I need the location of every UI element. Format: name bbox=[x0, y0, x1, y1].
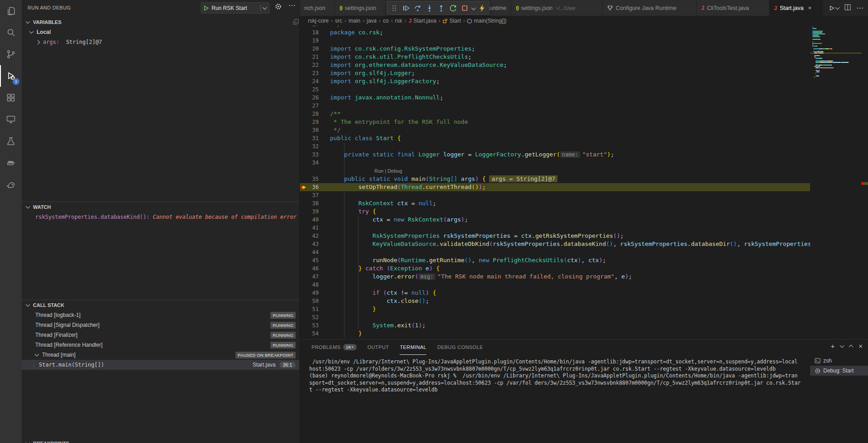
breakpoint-gutter[interactable] bbox=[300, 264, 308, 273]
breakpoint-gutter[interactable] bbox=[300, 159, 308, 167]
breakpoint-gutter[interactable] bbox=[300, 273, 308, 281]
breakpoint-gutter[interactable] bbox=[300, 85, 308, 94]
step-over-icon[interactable] bbox=[412, 2, 424, 14]
breakpoint-gutter[interactable] bbox=[300, 305, 308, 313]
breadcrumb-item[interactable]: JStart.java bbox=[409, 18, 436, 24]
breakpoint-gutter[interactable] bbox=[300, 126, 308, 134]
breakpoint-gutter[interactable] bbox=[300, 175, 308, 183]
chevron-down-icon[interactable] bbox=[835, 5, 840, 9]
minimap[interactable] bbox=[810, 26, 862, 339]
testing-beaker-icon[interactable] bbox=[0, 130, 22, 152]
breakpoint-gutter[interactable] bbox=[300, 191, 308, 199]
chevron-down-icon[interactable] bbox=[263, 5, 267, 9]
run-java-button[interactable] bbox=[830, 5, 839, 11]
breadcrumb-item[interactable]: src bbox=[335, 18, 342, 24]
breakpoint-gutter[interactable] bbox=[300, 321, 308, 330]
breakpoint-gutter[interactable] bbox=[300, 256, 308, 264]
call-stack-thread[interactable]: Thread [Signal Dispatcher]RUNNING bbox=[22, 320, 299, 330]
breadcrumb-item[interactable]: rskj-core bbox=[308, 18, 329, 24]
breadcrumb-item[interactable]: main(String[]) bbox=[467, 18, 506, 24]
restart-icon[interactable] bbox=[448, 2, 459, 14]
breakpoint-gutter[interactable] bbox=[300, 37, 308, 45]
code-editor[interactable]: 17 */18package co.rsk;1920import co.rsk.… bbox=[300, 26, 868, 339]
breakpoint-gutter[interactable] bbox=[300, 297, 308, 305]
call-stack-thread[interactable]: Thread [Reference Handler]RUNNING bbox=[22, 340, 299, 350]
breakpoint-gutter[interactable] bbox=[300, 151, 308, 159]
variable-args[interactable]: args: String[2]@7 bbox=[22, 37, 299, 47]
call-stack-thread[interactable]: Thread [Finalizer]RUNNING bbox=[22, 330, 299, 340]
breakpoint-gutter[interactable] bbox=[300, 167, 308, 175]
breakpoint-gutter[interactable] bbox=[300, 216, 308, 224]
gradle-icon[interactable] bbox=[0, 174, 22, 195]
terminal-process-zsh[interactable]: zsh bbox=[810, 356, 868, 366]
continue-icon[interactable] bbox=[401, 2, 412, 14]
editor-tab[interactable]: {}settings.json~/.../User bbox=[511, 0, 603, 16]
variables-scope-local[interactable]: Local bbox=[22, 27, 299, 37]
breakpoint-gutter[interactable] bbox=[300, 330, 308, 338]
breakpoint-gutter[interactable] bbox=[300, 118, 308, 126]
run-debug-codelens[interactable]: Run | Debug bbox=[319, 167, 402, 175]
breakpoint-gutter[interactable] bbox=[300, 240, 308, 248]
panel-tab-debug-console[interactable]: DEBUG CONSOLE bbox=[437, 339, 483, 355]
breadcrumb-item[interactable]: co bbox=[383, 18, 389, 24]
breakpoint-gutter[interactable] bbox=[300, 134, 308, 142]
breakpoint-gutter[interactable] bbox=[300, 28, 308, 37]
editor-tab[interactable]: JStart.java× bbox=[769, 0, 823, 16]
breakpoint-gutter[interactable] bbox=[300, 53, 308, 61]
launch-config-dropdown[interactable]: Run RSK Start bbox=[201, 2, 269, 14]
editor-tab[interactable]: Configure Java Runtime bbox=[603, 0, 697, 16]
breadcrumb-item[interactable]: main bbox=[349, 18, 360, 24]
overview-ruler[interactable] bbox=[861, 26, 868, 339]
stack-frame-selected[interactable]: Start.main(String[])Start.java36:1 bbox=[22, 360, 299, 370]
breakpoint-gutter[interactable] bbox=[300, 45, 308, 53]
breakpoint-gutter[interactable] bbox=[300, 248, 308, 256]
close-icon[interactable]: × bbox=[808, 5, 812, 11]
terminal-process-debug--start[interactable]: Debug: Start bbox=[810, 366, 868, 376]
watch-section-header[interactable]: WATCH bbox=[22, 202, 299, 212]
breakpoint-gutter[interactable] bbox=[300, 69, 308, 77]
breakpoint-gutter[interactable] bbox=[300, 61, 308, 69]
source-control-icon[interactable] bbox=[0, 43, 22, 65]
breadcrumb-item[interactable]: rsk bbox=[395, 18, 402, 24]
new-terminal-icon[interactable]: + bbox=[830, 342, 835, 350]
call-stack-section-header[interactable]: CALL STACK bbox=[22, 300, 299, 310]
variables-section-header[interactable]: VARIABLES bbox=[22, 17, 299, 27]
hot-code-replace-lightning-icon[interactable] bbox=[476, 2, 488, 14]
breadcrumb-item[interactable]: java bbox=[367, 18, 377, 24]
explorer-icon[interactable] bbox=[0, 0, 22, 22]
breakpoint-gutter[interactable] bbox=[300, 142, 308, 151]
close-panel-icon[interactable]: × bbox=[859, 342, 863, 350]
docker-icon[interactable] bbox=[0, 152, 22, 174]
step-into-icon[interactable] bbox=[424, 2, 435, 14]
call-stack-thread[interactable]: Thread [main]PAUSED ON BREAKPOINT bbox=[22, 350, 299, 360]
breadcrumb-item[interactable]: Start bbox=[443, 18, 461, 24]
step-out-icon[interactable] bbox=[436, 2, 447, 14]
breakpoint-gutter[interactable] bbox=[300, 281, 308, 289]
breakpoints-section-header[interactable]: BREAKPOINTS bbox=[22, 438, 299, 443]
breakpoint-paused-icon[interactable] bbox=[300, 183, 308, 191]
more-actions-icon[interactable]: ⋯ bbox=[856, 4, 863, 12]
breakpoint-gutter[interactable] bbox=[300, 207, 308, 216]
split-editor-icon[interactable] bbox=[844, 4, 851, 12]
breakpoint-gutter[interactable] bbox=[300, 224, 308, 232]
editor-tab[interactable]: JCliToolsTest.java bbox=[697, 0, 769, 16]
terminal-output[interactable]: /usr/bin/env /Library/Internet\ Plug-Ins… bbox=[309, 358, 807, 394]
remote-explorer-icon[interactable] bbox=[0, 108, 22, 130]
maximize-panel-icon[interactable] bbox=[849, 344, 854, 349]
panel-tab-output[interactable]: OUTPUT bbox=[368, 339, 389, 355]
more-actions-icon[interactable]: ⋯ bbox=[288, 1, 296, 9]
stop-icon[interactable] bbox=[459, 2, 471, 14]
watch-expression[interactable]: rskSystemProperties.databaseKind(): Cann… bbox=[35, 212, 297, 222]
panel-tab-problems[interactable]: PROBLEMS1K+ bbox=[311, 339, 357, 355]
extensions-icon[interactable] bbox=[0, 87, 22, 108]
drag-grip-icon[interactable] bbox=[389, 2, 400, 14]
panel-tab-terminal[interactable]: TERMINAL bbox=[400, 339, 426, 355]
breakpoint-gutter[interactable] bbox=[300, 102, 308, 110]
search-icon[interactable] bbox=[0, 22, 22, 43]
editor-tab[interactable]: nch.json bbox=[300, 0, 335, 16]
breakpoint-gutter[interactable] bbox=[300, 289, 308, 297]
breakpoint-gutter[interactable] bbox=[300, 110, 308, 118]
breakpoint-gutter[interactable] bbox=[300, 77, 308, 85]
debug-settings-gear-icon[interactable] bbox=[275, 3, 282, 12]
run-and-debug-icon[interactable]: 1 bbox=[0, 65, 22, 87]
